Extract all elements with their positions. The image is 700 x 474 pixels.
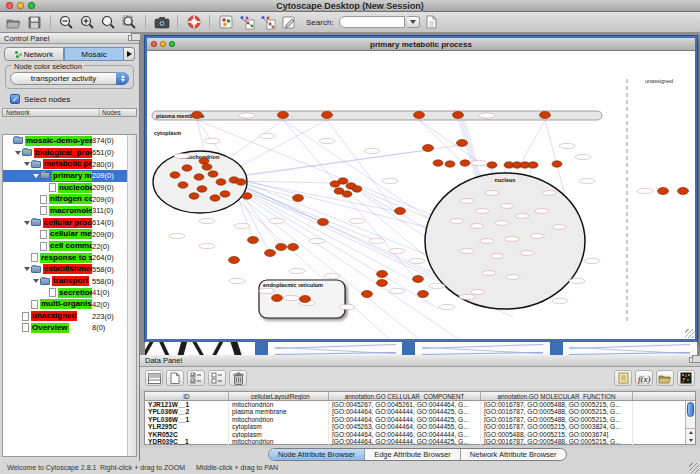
tab-node-attribute-browser[interactable]: Node Attribute Browser bbox=[269, 449, 365, 460]
vizmapper-button[interactable] bbox=[216, 13, 235, 31]
node-attribute-table[interactable]: ID _cellularLayoutRegion annotation.GO C… bbox=[144, 391, 696, 445]
save-session-button[interactable] bbox=[25, 13, 44, 31]
nodes-column-header[interactable]: Nodes bbox=[100, 109, 136, 116]
column-header-id[interactable]: ID bbox=[145, 392, 229, 400]
search-input[interactable] bbox=[339, 16, 405, 28]
network-column-header[interactable]: Network bbox=[3, 109, 100, 116]
expand-toggle-icon[interactable] bbox=[23, 267, 30, 271]
tree-item[interactable]: cell communicat22(0) bbox=[3, 240, 136, 252]
zoom-selected-icon bbox=[122, 15, 137, 30]
expand-toggle-icon[interactable] bbox=[23, 162, 30, 166]
expand-network-button[interactable] bbox=[258, 13, 277, 31]
background-window-thumbnail[interactable] bbox=[415, 342, 549, 355]
tree-item-selected[interactable]: primary metabolic209(0) bbox=[3, 170, 136, 182]
new-attribute-button[interactable] bbox=[166, 370, 184, 386]
tab-mosaic[interactable]: Mosaic bbox=[64, 47, 124, 61]
tree-scrollbar[interactable] bbox=[127, 135, 136, 456]
column-header-cellular-component[interactable]: annotation.GO CELLULAR_COMPONENT bbox=[329, 392, 481, 400]
table-row[interactable]: YPL036W__2plasma membrane[GO:0044464, GO… bbox=[145, 408, 695, 415]
table-row[interactable]: YLR295Ccytoplasm[GO:0045263, GO:0044464,… bbox=[145, 423, 695, 430]
background-window-thumbnail[interactable] bbox=[563, 342, 697, 355]
function-builder-button[interactable]: f(x) bbox=[635, 370, 653, 386]
tree-item[interactable]: cellular metabol209(0) bbox=[3, 229, 136, 241]
tree-item[interactable]: response to stimul264(0) bbox=[3, 252, 136, 264]
tree-item[interactable]: nitrogen compou209(0) bbox=[3, 193, 136, 205]
select-nodes-checkbox[interactable] bbox=[10, 94, 20, 104]
delete-attribute-button[interactable] bbox=[229, 370, 247, 386]
scroll-down-icon[interactable] bbox=[689, 439, 693, 442]
background-windows[interactable] bbox=[145, 341, 697, 355]
tree-column-headers[interactable]: Network Nodes bbox=[2, 108, 137, 117]
table-row[interactable]: YDR039C__1mitochondrion[GO:0044464, GO:0… bbox=[145, 438, 695, 445]
tree-item[interactable]: multi-organism pro42(0) bbox=[3, 299, 136, 311]
select-attributes-button[interactable] bbox=[145, 370, 163, 386]
node-color-dropdown[interactable]: transporter activity bbox=[10, 72, 129, 85]
table-scrollbar[interactable] bbox=[685, 401, 695, 444]
snapshot-button[interactable] bbox=[152, 13, 171, 31]
tree-item[interactable]: establishment of lo558(0) bbox=[3, 264, 136, 276]
table-row[interactable]: YPL036W__1mitochondrion[GO:0044464, GO:0… bbox=[145, 416, 695, 423]
expand-toggle-icon[interactable] bbox=[23, 221, 30, 225]
nucleus-region[interactable] bbox=[425, 173, 585, 309]
help-button[interactable] bbox=[184, 13, 203, 31]
network-view-window[interactable]: primary metabolic process bbox=[145, 36, 697, 341]
tab-network-attribute-browser[interactable]: Network Attribute Browser bbox=[461, 449, 566, 460]
annotation-button[interactable] bbox=[279, 13, 298, 31]
import-attributes-button[interactable] bbox=[656, 370, 674, 386]
attribute-browser-tabs: Node Attribute Browser Edge Attribute Br… bbox=[268, 448, 567, 461]
search-options-button[interactable] bbox=[407, 16, 420, 28]
network-canvas[interactable]: plasma membrane cytoplasm mitochondrion … bbox=[147, 51, 695, 339]
open-session-button[interactable] bbox=[4, 13, 23, 31]
scrollbar-arrows[interactable] bbox=[686, 428, 696, 444]
expand-toggle-icon[interactable] bbox=[14, 151, 21, 155]
table-row[interactable]: YKR052Ccytoplasm[GO:0044464, GO:0044446,… bbox=[145, 431, 695, 438]
column-header-region[interactable]: _cellularLayoutRegion bbox=[229, 392, 329, 400]
tree-item[interactable]: metabolic process280(0) bbox=[3, 158, 136, 170]
zoom-out-button[interactable] bbox=[57, 13, 76, 31]
background-window-edge[interactable] bbox=[255, 342, 268, 355]
zoom-in-button[interactable] bbox=[78, 13, 97, 31]
scrollbar-thumb[interactable] bbox=[687, 402, 694, 417]
tree-item[interactable]: secretion41(0) bbox=[3, 287, 136, 299]
unselect-all-attributes-button[interactable] bbox=[208, 370, 226, 386]
background-window-thumbnail[interactable] bbox=[268, 342, 402, 355]
control-panel: Control Panel Network Mosaic Node color … bbox=[0, 33, 140, 461]
expand-toggle-icon[interactable] bbox=[32, 174, 39, 178]
tab-network[interactable]: Network bbox=[4, 47, 64, 61]
scroll-up-icon[interactable] bbox=[689, 431, 693, 434]
plasma-membrane-region[interactable] bbox=[152, 111, 602, 120]
import-network-button[interactable] bbox=[422, 13, 441, 31]
matrix-view-button[interactable] bbox=[677, 370, 695, 386]
save-icon bbox=[28, 16, 41, 29]
float-panel-icon[interactable] bbox=[689, 357, 697, 363]
tree-item[interactable]: transport558(0) bbox=[3, 275, 136, 287]
float-panel-icon[interactable] bbox=[128, 35, 136, 41]
search-label: Search: bbox=[306, 18, 334, 27]
tree-item[interactable]: cellular process614(0) bbox=[3, 217, 136, 229]
background-window-edge[interactable] bbox=[402, 342, 415, 355]
app-resize-grip[interactable] bbox=[689, 463, 699, 473]
table-row[interactable]: YJR121W__1mitochondrion[GO:0045267, GO:0… bbox=[145, 401, 695, 408]
first-neighbors-button[interactable] bbox=[237, 13, 256, 31]
attribute-notes-button[interactable] bbox=[614, 370, 632, 386]
tree-item[interactable]: Overview8(0) bbox=[3, 322, 136, 334]
network-window-titlebar[interactable]: primary metabolic process bbox=[147, 38, 695, 51]
tree-item[interactable]: macromolecule311(0) bbox=[3, 205, 136, 217]
column-header-molecular-function[interactable]: annotation.GO MOLECULAR_FUNCTION bbox=[481, 392, 633, 400]
zoom-selected-button[interactable] bbox=[120, 13, 139, 31]
app-titlebar[interactable]: Cytoscape Desktop (New Session) bbox=[0, 0, 700, 12]
window-resize-grip[interactable] bbox=[685, 329, 694, 338]
document-icon bbox=[40, 206, 47, 215]
expand-toggle-icon[interactable] bbox=[32, 279, 39, 283]
tree-item[interactable]: biological_process651(0) bbox=[3, 147, 136, 159]
background-window-edge[interactable] bbox=[550, 342, 563, 355]
tree-item[interactable]: mosaic-demo-yeast874(0) bbox=[3, 135, 136, 147]
tab-edge-attribute-browser[interactable]: Edge Attribute Browser bbox=[365, 449, 461, 460]
tree-item[interactable]: nucleobase-cont209(0) bbox=[3, 182, 136, 194]
attribute-browser-toolbar: f(x) bbox=[140, 367, 700, 389]
tab-overflow-button[interactable] bbox=[124, 47, 135, 61]
zoom-fit-button[interactable] bbox=[99, 13, 118, 31]
select-all-attributes-button[interactable] bbox=[187, 370, 205, 386]
tree-item[interactable]: unassigned223(0) bbox=[3, 310, 136, 322]
background-window-thumbnail[interactable] bbox=[145, 342, 255, 355]
